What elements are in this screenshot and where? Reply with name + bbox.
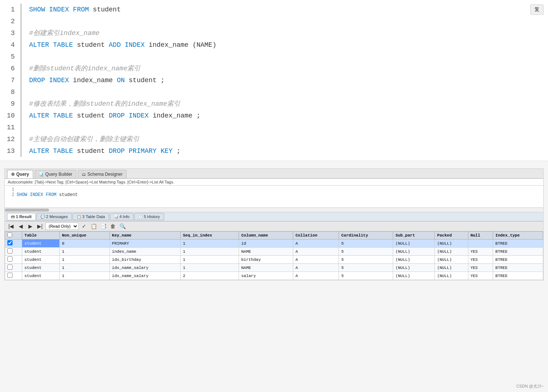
- toolbar-nav-btn-3[interactable]: ▶|: [36, 222, 44, 230]
- main-tab-query-builder[interactable]: 📊Query Builder: [35, 170, 76, 178]
- toolbar-action-btn-0[interactable]: 📋: [90, 222, 98, 230]
- token: student: [77, 41, 109, 49]
- table-cell: BTREE: [493, 256, 543, 264]
- table-cell: BTREE: [493, 272, 543, 280]
- line-number: 1: [0, 4, 20, 15]
- tab-label: Query Builder: [45, 172, 72, 177]
- token: FROM: [73, 6, 93, 13]
- table-row[interactable]: student1index_name1NAMEA5(NULL)(NULL)YES…: [5, 248, 543, 256]
- toolbar-nav-btn-1[interactable]: ◀: [17, 222, 25, 230]
- col-header-column-name: Column_name: [239, 232, 293, 239]
- toolbar-action-btn-2[interactable]: 🗑: [109, 222, 117, 230]
- token: student: [77, 112, 109, 119]
- row-checkbox-cell[interactable]: [5, 264, 22, 272]
- main-tab-query[interactable]: ⚙Query: [7, 170, 33, 178]
- result-tab-icon: 📊: [114, 215, 118, 219]
- row-checkbox-cell[interactable]: [5, 256, 22, 264]
- line-number: 10: [0, 110, 20, 122]
- table-cell: birthday: [239, 256, 293, 264]
- table-cell: (NULL): [393, 264, 435, 272]
- line-separator: [20, 51, 22, 63]
- token: KEY: [160, 147, 176, 155]
- token: INDEX: [49, 77, 73, 84]
- table-cell: (NULL): [393, 248, 435, 256]
- scrollbar-area[interactable]: [5, 208, 543, 212]
- token: index_name ;: [153, 112, 201, 119]
- token: DROP: [29, 77, 49, 84]
- table-cell: (NULL): [435, 256, 468, 264]
- tab-label: Query: [16, 172, 29, 177]
- row-checkbox-cell[interactable]: [5, 239, 22, 248]
- result-tab-icon: 💬: [41, 215, 45, 219]
- table-row[interactable]: student0PRIMARY1idA5(NULL)(NULL)BTREE: [5, 239, 543, 248]
- token: ADD: [109, 41, 125, 49]
- query-editor[interactable]: 12SHOW INDEX FROM student: [5, 186, 543, 208]
- bottom-panel: ⚙Query📊Query Builder🗂Schema Designer Aut…: [4, 168, 544, 280]
- line-number: 13: [0, 145, 20, 157]
- table-row[interactable]: student1idx_name_salary2salaryA5(NULL)(N…: [5, 272, 543, 280]
- table-cell: 5: [339, 264, 393, 272]
- col-header-index-type: Index_type: [493, 232, 543, 239]
- scrollbar-thumb[interactable]: [5, 209, 49, 211]
- table-cell: (NULL): [435, 272, 468, 280]
- table-cell: 1: [59, 256, 110, 264]
- table-row[interactable]: student1idx_birthday1birthdayA5(NULL)(NU…: [5, 256, 543, 264]
- code-content: ALTER TABLE student DROP INDEX index_nam…: [26, 110, 548, 122]
- code-line: 2: [0, 15, 548, 27]
- tab-icon: 🗂: [82, 172, 86, 176]
- code-content: ALTER TABLE student ADD INDEX index_name…: [26, 39, 548, 51]
- table-cell: 1: [59, 248, 110, 256]
- row-checkbox[interactable]: [7, 265, 13, 270]
- table-cell: student: [22, 272, 60, 280]
- token: TABLE: [53, 147, 77, 155]
- toolbar-nav-btn-2[interactable]: ▶: [26, 222, 34, 230]
- row-checkbox[interactable]: [7, 273, 13, 278]
- result-tab-result[interactable]: 🗃1Result: [7, 213, 36, 220]
- line-separator: [20, 122, 22, 133]
- table-cell: YES: [468, 248, 493, 256]
- toolbar-confirm-btn[interactable]: ✓: [80, 222, 88, 230]
- row-checkbox[interactable]: [7, 248, 13, 253]
- main-tab-schema-designer[interactable]: 🗂Schema Designer: [78, 170, 126, 178]
- row-checkbox[interactable]: [7, 256, 13, 262]
- result-tab-history[interactable]: 🕐5History: [134, 213, 164, 220]
- result-tab-messages[interactable]: 💬2Messages: [37, 213, 72, 220]
- query-line: 2SHOW INDEX FROM student: [7, 192, 541, 197]
- select-all-checkbox[interactable]: [7, 232, 12, 237]
- token: ON: [117, 77, 129, 84]
- copy-button[interactable]: 复: [530, 4, 544, 15]
- table-cell: idx_name_salary: [110, 264, 180, 272]
- table-cell: 1: [59, 272, 110, 280]
- line-number: 7: [0, 74, 20, 86]
- query-line-number: 1: [7, 187, 14, 192]
- line-separator: [20, 133, 22, 145]
- row-checkbox-cell[interactable]: [5, 272, 22, 280]
- token: TABLE: [53, 41, 77, 49]
- table-row[interactable]: student1idx_name_salary1NAMEA5(NULL)(NUL…: [5, 264, 543, 272]
- table-cell: [468, 239, 493, 248]
- row-checkbox-cell[interactable]: [5, 248, 22, 256]
- line-separator: [20, 15, 22, 27]
- col-header-collation: Collation: [293, 232, 339, 239]
- token: ALTER: [29, 41, 53, 49]
- result-tab-label: Table Data: [86, 214, 105, 219]
- result-tab-info[interactable]: 📊4Info: [110, 213, 133, 220]
- col-header-table: Table: [22, 232, 60, 239]
- col-header-null: Null: [468, 232, 493, 239]
- table-cell: BTREE: [493, 248, 543, 256]
- toolbar-nav-btn-0[interactable]: |◀: [7, 222, 15, 230]
- query-token: SHOW: [17, 192, 30, 197]
- line-number: 6: [0, 63, 20, 74]
- toolbar-action-btn-1[interactable]: 📑: [99, 222, 107, 230]
- result-tab-table data[interactable]: 📋3Table Data: [73, 213, 109, 220]
- table-cell: student: [22, 264, 60, 272]
- table-cell: 5: [339, 272, 393, 280]
- line-number: 12: [0, 133, 20, 145]
- table-cell: idx_name_salary: [110, 272, 180, 280]
- line-number: 8: [0, 86, 20, 98]
- read-only-select[interactable]: (Read Only): [45, 223, 79, 230]
- row-checkbox[interactable]: [7, 240, 13, 245]
- table-cell: 2: [180, 272, 239, 280]
- code-content: #修改表结果，删除student表的index_name索引: [26, 98, 548, 110]
- toolbar-action-btn-3[interactable]: 🔍: [118, 222, 126, 230]
